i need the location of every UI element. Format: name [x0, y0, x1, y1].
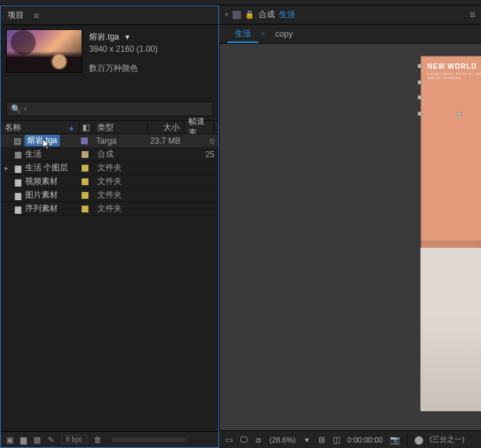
composition-panel: × 🔒 合成 生活 ≡ 生活 < copy NEW WORLD Lorem ip…: [219, 5, 481, 448]
project-row[interactable]: ▦生活合成25: [1, 148, 218, 161]
twisty-icon[interactable]: [1, 175, 12, 188]
row-trailing-icon: [214, 189, 218, 202]
col-name[interactable]: 名称 ▲: [1, 121, 80, 133]
label-icon: ◧: [82, 123, 90, 132]
row-fps: [184, 202, 214, 215]
twisty-icon[interactable]: [1, 202, 12, 215]
row-label-swatch[interactable]: [76, 134, 92, 147]
asset-dimensions: 3840 x 2160 (1.00): [89, 43, 158, 55]
crumb-chevron-icon: <: [261, 30, 265, 37]
asset-preview-block: 熔岩.tga ▼ 3840 x 2160 (1.00) 数百万种颜色: [1, 25, 218, 81]
row-label-swatch[interactable]: [77, 161, 93, 174]
new-folder-icon[interactable]: ▆: [20, 435, 27, 445]
comp-panel-menu-icon[interactable]: ≡: [469, 9, 476, 21]
row-name[interactable]: 序列素材: [24, 202, 77, 215]
interpret-footage-icon[interactable]: ▣: [6, 435, 14, 445]
display-icon[interactable]: 🖵: [239, 435, 248, 445]
comp-active-link[interactable]: 生活: [279, 9, 295, 20]
row-size: [148, 148, 184, 161]
row-size: [148, 161, 184, 174]
zoom-dropdown-icon[interactable]: ▾: [303, 435, 311, 445]
new-comp-icon[interactable]: ▦: [33, 435, 41, 445]
project-row[interactable]: ▸▆生活 个图层文件夹: [1, 161, 218, 175]
bpc-indicator[interactable]: 8 bpc: [61, 435, 87, 444]
twisty-icon[interactable]: [1, 148, 12, 161]
transform-handle[interactable]: [418, 64, 422, 68]
guides-toggle-icon[interactable]: ◫: [333, 435, 341, 445]
comp-label-swatch: [233, 11, 241, 19]
channel-icon[interactable]: ⬤: [414, 435, 423, 445]
project-tab[interactable]: 项目: [7, 10, 24, 21]
col-fps[interactable]: 帧速率: [184, 121, 214, 133]
panel-menu-icon[interactable]: ≡: [33, 10, 39, 21]
row-size: [148, 175, 184, 188]
row-label-swatch[interactable]: [77, 148, 93, 161]
row-name[interactable]: 熔岩.tga: [23, 134, 76, 147]
timecode[interactable]: 0:00:00:00: [348, 436, 383, 444]
col-name-label: 名称: [5, 122, 21, 133]
row-name[interactable]: 视频素材: [24, 175, 77, 188]
asset-menu-caret-icon[interactable]: ▼: [124, 33, 131, 41]
row-size: [148, 202, 184, 215]
folder-icon: ▆: [12, 202, 24, 215]
col-type[interactable]: 类型: [93, 121, 148, 133]
asset-name: 熔岩.tga: [89, 32, 119, 42]
row-name[interactable]: 生活 个图层: [24, 161, 77, 174]
transform-handle[interactable]: [418, 112, 422, 116]
new-adjustment-icon[interactable]: ✎: [48, 435, 54, 445]
twisty-icon[interactable]: ▸: [1, 161, 12, 174]
project-row[interactable]: ▤熔岩.tgaTarga23.7 MB⎋: [1, 134, 218, 148]
viewer[interactable]: NEW WORLD Lorem ipsum dolor sit amet con…: [219, 44, 481, 430]
row-label-swatch[interactable]: [77, 175, 93, 188]
magnify-icon[interactable]: ▭: [225, 435, 233, 445]
transform-handle[interactable]: [418, 95, 422, 99]
asset-meta: 熔岩.tga ▼ 3840 x 2160 (1.00) 数百万种颜色: [89, 29, 158, 74]
transform-handle[interactable]: [418, 80, 422, 84]
row-fps: [184, 189, 214, 202]
row-name[interactable]: 生活: [24, 148, 77, 161]
snapshot-icon[interactable]: 📷: [390, 435, 400, 445]
folder-icon: ▆: [12, 175, 24, 188]
row-trailing-icon: [214, 202, 218, 215]
row-type: 文件夹: [93, 202, 148, 215]
search-dropdown-icon[interactable]: ▿: [24, 106, 27, 112]
row-type: 文件夹: [93, 189, 148, 202]
col-label[interactable]: ◧: [80, 121, 93, 133]
trash-icon[interactable]: 🗑: [94, 435, 102, 445]
row-fps: [184, 161, 214, 174]
row-type: 文件夹: [93, 175, 148, 188]
grid-toggle-icon[interactable]: ⊞: [318, 435, 326, 445]
poster-text-block: NEW WORLD Lorem ipsum dolor sit amet con…: [427, 63, 481, 99]
row-size: [148, 189, 184, 202]
twisty-icon[interactable]: [1, 134, 12, 147]
col-size[interactable]: 大小: [148, 121, 184, 133]
resolution-dropdown[interactable]: (三分之一): [430, 434, 465, 445]
project-rows: ▤熔岩.tgaTarga23.7 MB⎋▦生活合成25▸▆生活 个图层文件夹▆视…: [1, 134, 218, 216]
row-label-swatch[interactable]: [77, 202, 93, 215]
search-icon: 🔍: [11, 104, 21, 114]
asset-thumbnail[interactable]: [6, 29, 82, 73]
row-size: 23.7 MB: [145, 134, 180, 147]
crumb-active[interactable]: 生活: [227, 25, 259, 43]
composition-canvas[interactable]: NEW WORLD Lorem ipsum dolor sit amet con…: [420, 56, 481, 411]
row-trailing-icon: [214, 175, 218, 188]
project-row[interactable]: ▆视频素材文件夹: [1, 175, 218, 189]
row-name[interactable]: 图片素材: [24, 189, 77, 202]
comp-icon: ▦: [12, 148, 24, 161]
app-toolbar[interactable]: [0, 0, 481, 5]
project-row[interactable]: ▆序列素材文件夹: [1, 202, 218, 216]
mask-toggle-icon[interactable]: ⧈: [254, 435, 263, 445]
zoom-readout[interactable]: (28.6%): [269, 436, 296, 444]
row-type: Targa: [92, 134, 145, 147]
thumbnail-size-slider[interactable]: [112, 438, 186, 442]
row-trailing-icon: [214, 148, 218, 161]
transform-handle[interactable]: [457, 112, 461, 116]
close-tab-icon[interactable]: ×: [225, 11, 229, 18]
twisty-icon[interactable]: [1, 189, 12, 202]
row-fps: [184, 175, 214, 188]
project-search[interactable]: 🔍 ▿: [6, 101, 213, 116]
project-row[interactable]: ▆图片素材文件夹: [1, 189, 218, 202]
row-label-swatch[interactable]: [77, 189, 93, 202]
lock-icon[interactable]: 🔒: [245, 10, 254, 19]
crumb-inactive[interactable]: copy: [268, 27, 300, 42]
